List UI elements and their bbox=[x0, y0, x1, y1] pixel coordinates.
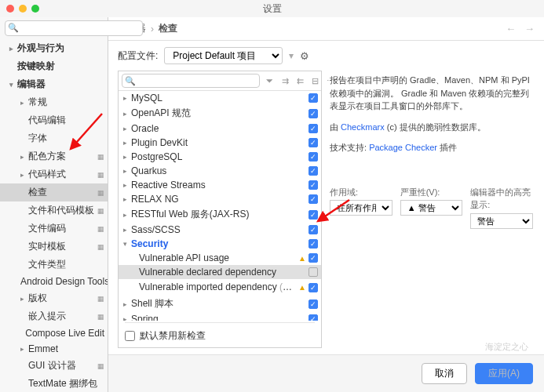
inspection-row[interactable]: ▸Reactive Streams✓ bbox=[119, 178, 321, 192]
window-title: 设置 bbox=[263, 2, 282, 16]
reset-icon[interactable]: ⊟ bbox=[309, 76, 321, 86]
checkbox-icon[interactable]: ✓ bbox=[309, 210, 318, 220]
checkbox-icon[interactable]: ✓ bbox=[309, 138, 318, 147]
sidebar-item[interactable]: GUI 设计器▦ bbox=[0, 357, 108, 375]
sidebar-tree[interactable]: ▸外观与行为按键映射▾编辑器▸常规代码编辑字体▸配色方案▦▸代码样式▦检查▦文件… bbox=[0, 39, 108, 392]
sidebar-item[interactable]: ▾编辑器 bbox=[0, 75, 108, 93]
sidebar-item[interactable]: 字体 bbox=[0, 129, 108, 147]
minimize-icon[interactable] bbox=[19, 5, 27, 13]
inspection-row[interactable]: ▸OpenAPI 规范✓ bbox=[119, 105, 321, 122]
sidebar-item[interactable]: ▸Emmet bbox=[0, 341, 108, 357]
sidebar-item[interactable]: ▸配色方案▦ bbox=[0, 147, 108, 165]
disable-new-checkbox[interactable] bbox=[125, 331, 135, 341]
sidebar-item[interactable]: 代码编辑 bbox=[0, 111, 108, 129]
checkbox-icon[interactable]: ✓ bbox=[309, 299, 318, 309]
highlight-select[interactable]: 警告 bbox=[470, 213, 533, 229]
breadcrumb-b: 检查 bbox=[159, 22, 177, 35]
scope-label: 作用域: bbox=[330, 186, 392, 199]
severity-label: 严重性(V): bbox=[400, 186, 463, 199]
inspection-row[interactable]: ▸Quarkus✓ bbox=[119, 164, 321, 178]
sidebar-item[interactable]: 文件类型 bbox=[0, 256, 108, 274]
inspection-row[interactable]: ▸Shell 脚本✓ bbox=[119, 296, 321, 312]
search-icon: 🔍 bbox=[8, 23, 19, 33]
checkbox-icon[interactable]: ✓ bbox=[309, 109, 318, 118]
breadcrumb: 编辑器 › 检查 ← → bbox=[108, 17, 544, 41]
inspection-list[interactable]: ▸MySQL✓▸OpenAPI 规范✓▸Oracle✓▸Plugin DevKi… bbox=[119, 91, 321, 321]
search-icon: 🔍 bbox=[125, 76, 136, 86]
inspection-row[interactable]: ▸Oracle✓ bbox=[119, 122, 321, 136]
maximize-icon[interactable] bbox=[31, 5, 39, 13]
sidebar-item[interactable]: 文件编码▦ bbox=[0, 220, 108, 238]
checkbox-icon[interactable]: ✓ bbox=[309, 239, 318, 249]
cancel-button[interactable]: 取消 bbox=[422, 363, 467, 384]
sidebar-item[interactable]: 实时模板▦ bbox=[0, 238, 108, 256]
inspection-row[interactable]: ▸Sass/SCSS✓ bbox=[119, 223, 321, 237]
highlight-label: 编辑器中的高亮显示: bbox=[470, 186, 533, 212]
inspection-row[interactable]: ▸MySQL✓ bbox=[119, 91, 321, 105]
inspection-tree-panel: 🔍 ⏷ ⇉ ⇇ ⊟ ⋯ ▸MySQL✓▸OpenAPI 规范✓▸Oracle✓▸… bbox=[118, 71, 322, 348]
checkbox-icon[interactable]: ✓ bbox=[309, 283, 318, 292]
checkbox-icon[interactable]: ✓ bbox=[309, 314, 318, 321]
package-checker-link[interactable]: Package Checker bbox=[369, 143, 437, 152]
sidebar-search-input[interactable] bbox=[5, 20, 143, 36]
back-icon[interactable]: ← bbox=[506, 23, 516, 34]
checkbox-icon[interactable]: ✓ bbox=[309, 93, 318, 103]
inspection-row[interactable]: Vulnerable imported dependency (可用于"代▲✓ bbox=[119, 279, 321, 296]
severity-select[interactable]: ▲ 警告 bbox=[400, 200, 463, 216]
desc-text: 报告在项目中声明的 Gradle、Maven、NPM 和 PyPI 依赖项中的漏… bbox=[330, 74, 533, 113]
profile-select[interactable]: Project Default 项目 bbox=[164, 47, 283, 64]
checkbox-icon[interactable] bbox=[309, 267, 318, 277]
inspection-description-panel: 报告在项目中声明的 Gradle、Maven、NPM 和 PyPI 依赖项中的漏… bbox=[328, 71, 535, 348]
checkbox-icon[interactable]: ✓ bbox=[309, 124, 318, 133]
settings-sidebar: 🔍 ▸外观与行为按键映射▾编辑器▸常规代码编辑字体▸配色方案▦▸代码样式▦检查▦… bbox=[0, 17, 108, 392]
sidebar-item[interactable]: ▸版权▦ bbox=[0, 289, 108, 307]
scope-select[interactable]: 在所有作用域中 bbox=[330, 200, 392, 216]
filter-icon[interactable]: ⏷ bbox=[263, 76, 276, 85]
sidebar-item[interactable]: ▸代码样式▦ bbox=[0, 165, 108, 183]
inspection-row[interactable]: ▸Spring✓ bbox=[119, 312, 321, 321]
checkbox-icon[interactable]: ✓ bbox=[309, 180, 318, 190]
checkbox-icon[interactable]: ✓ bbox=[309, 152, 318, 162]
inspection-row[interactable]: Vulnerable API usage▲✓ bbox=[119, 251, 321, 265]
titlebar: 设置 bbox=[0, 0, 544, 17]
inspection-row[interactable]: Vulnerable declared dependency bbox=[119, 265, 321, 279]
checkbox-icon[interactable]: ✓ bbox=[309, 225, 318, 234]
profile-label: 配置文件: bbox=[118, 49, 158, 63]
inspection-row[interactable]: ▸RELAX NG✓ bbox=[119, 192, 321, 206]
sidebar-item[interactable]: 文件和代码模板▦ bbox=[0, 201, 108, 220]
sidebar-item[interactable]: TextMate 捆绑包 bbox=[0, 375, 108, 392]
inspection-row[interactable]: ▸Plugin DevKit✓ bbox=[119, 136, 321, 150]
sidebar-item[interactable]: ▸外观与行为 bbox=[0, 39, 108, 57]
sidebar-item[interactable]: Android Design Tools bbox=[0, 274, 108, 289]
expand-icon[interactable]: ⇉ bbox=[279, 76, 291, 86]
gear-icon[interactable]: ⚙ bbox=[300, 50, 309, 62]
apply-button[interactable]: 应用(A) bbox=[475, 363, 533, 384]
checkmarx-link[interactable]: Checkmarx bbox=[341, 122, 385, 132]
collapse-icon[interactable]: ⇇ bbox=[294, 76, 306, 86]
forward-icon[interactable]: → bbox=[524, 23, 535, 34]
inspection-row[interactable]: ▾Security✓ bbox=[119, 237, 321, 251]
inspection-search-input[interactable] bbox=[122, 74, 260, 88]
sidebar-item[interactable]: ▸常规 bbox=[0, 93, 108, 111]
close-icon[interactable] bbox=[6, 5, 14, 13]
inspection-row[interactable]: ▸PostgreSQL✓ bbox=[119, 150, 321, 164]
sidebar-item[interactable]: 嵌入提示▦ bbox=[0, 307, 108, 325]
checkbox-icon[interactable]: ✓ bbox=[309, 194, 318, 204]
checkbox-icon[interactable]: ✓ bbox=[309, 253, 318, 263]
sidebar-item[interactable]: 检查▦ bbox=[0, 183, 108, 201]
inspection-row[interactable]: ▸RESTful Web 服务(JAX-RS)✓ bbox=[119, 206, 321, 223]
disable-new-label: 默认禁用新检查 bbox=[140, 329, 206, 343]
sidebar-item[interactable]: 按键映射 bbox=[0, 57, 108, 75]
checkbox-icon[interactable]: ✓ bbox=[309, 166, 318, 176]
sidebar-item[interactable]: Compose Live Edit bbox=[0, 325, 108, 341]
